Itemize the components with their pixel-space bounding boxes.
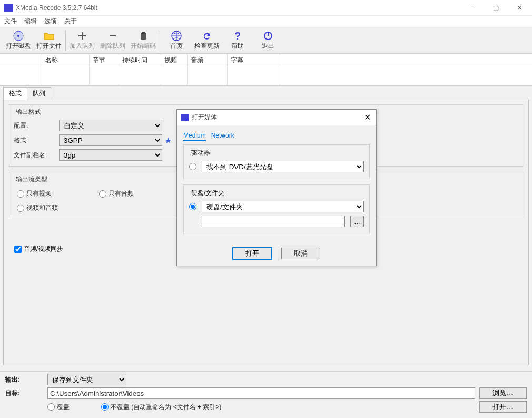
folder-group: 硬盘/文件夹 硬盘/文件夹 ... xyxy=(183,184,370,234)
format-select[interactable]: 3GPP xyxy=(59,134,162,146)
folder-icon xyxy=(43,30,55,42)
titlebar: XMedia Recode 3.5.2.7 64bit — ▢ ✕ xyxy=(0,0,532,16)
menu-edit[interactable]: 编辑 xyxy=(24,17,37,26)
question-icon: ? xyxy=(232,30,243,42)
open-file-button[interactable]: 打开文件 xyxy=(34,28,64,53)
output-select[interactable]: 保存到文件夹 xyxy=(47,374,126,385)
close-button[interactable]: ✕ xyxy=(508,0,532,16)
clipboard-icon xyxy=(137,30,149,42)
dialog-app-icon xyxy=(181,114,189,121)
open-button[interactable]: 打开… xyxy=(479,401,527,413)
toolbar-separator xyxy=(160,30,160,51)
dialog-title: 打开媒体 xyxy=(192,113,364,122)
dialog-cancel-button[interactable]: 取消 xyxy=(281,248,320,259)
folder-legend: 硬盘/文件夹 xyxy=(189,189,226,198)
browse-button[interactable]: 浏览… xyxy=(479,387,527,399)
plus-icon xyxy=(76,30,88,42)
remove-queue-button[interactable]: 删除队列 xyxy=(97,28,128,53)
help-button[interactable]: ? 帮助 xyxy=(222,28,253,53)
minimize-button[interactable]: — xyxy=(459,0,484,16)
col-chapter[interactable]: 章节 xyxy=(90,54,119,67)
dialog-footer: 打开 取消 xyxy=(177,245,376,266)
dialog-open-button[interactable]: 打开 xyxy=(233,248,272,259)
drive-select[interactable]: 找不到 DVD/蓝光光盘 xyxy=(202,161,364,172)
main-tabstrip: 格式 队列 xyxy=(0,87,532,100)
dialog-close-button[interactable]: ✕ xyxy=(364,112,371,122)
app-icon xyxy=(4,4,13,12)
window-title: XMedia Recode 3.5.2.7 64bit xyxy=(16,4,459,12)
config-label: 配置: xyxy=(14,121,59,130)
file-table-header: 名称 章节 持续时间 视频 音频 字幕 xyxy=(0,54,532,67)
toolbar: 打开磁盘 打开文件 加入队列 删除队列 开始编码 首页 检查更新 ? 帮助 退出 xyxy=(0,27,532,54)
toolbar-separator xyxy=(65,30,66,51)
bottom-bar: 输出: 保存到文件夹 目标: 浏览… 覆盖 不覆盖 (自动重命名为 <文件名 +… xyxy=(0,371,532,418)
svg-rect-4 xyxy=(142,32,145,34)
radio-folder[interactable] xyxy=(189,203,196,210)
dialog-tabs: Medium Network xyxy=(183,131,370,141)
dialog-body: Medium Network 驱动器 找不到 DVD/蓝光光盘 硬盘/文件夹 硬… xyxy=(177,125,376,245)
radio-overwrite[interactable]: 覆盖 xyxy=(47,403,70,412)
radio-audio-only[interactable]: 只有音频 xyxy=(99,189,134,198)
svg-rect-2 xyxy=(110,35,116,36)
open-disc-button[interactable]: 打开磁盘 xyxy=(3,28,34,53)
tab-queue[interactable]: 队列 xyxy=(27,87,51,100)
config-select[interactable]: 自定义 xyxy=(59,120,162,131)
output-label: 输出: xyxy=(5,375,47,384)
window-controls: — ▢ ✕ xyxy=(459,0,532,16)
radio-video-only[interactable]: 只有视频 xyxy=(17,189,52,198)
col-duration[interactable]: 持续时间 xyxy=(119,54,161,67)
add-queue-button[interactable]: 加入队列 xyxy=(67,28,97,53)
minus-icon xyxy=(107,30,119,42)
folder-browse-button[interactable]: ... xyxy=(350,216,364,227)
col-video[interactable]: 视频 xyxy=(161,54,188,67)
disc-icon xyxy=(13,30,24,42)
maximize-button[interactable]: ▢ xyxy=(484,0,508,16)
target-label: 目标: xyxy=(5,389,47,398)
menu-file[interactable]: 文件 xyxy=(4,17,17,26)
file-table-body xyxy=(0,67,532,86)
svg-point-1 xyxy=(17,35,19,37)
radio-no-overwrite[interactable]: 不覆盖 (自动重命名为 <文件名 + 索引>) xyxy=(101,403,479,412)
col-audio[interactable]: 音频 xyxy=(188,54,228,67)
menu-options[interactable]: 选项 xyxy=(44,17,57,26)
check-update-button[interactable]: 检查更新 xyxy=(192,28,222,53)
target-path-input[interactable] xyxy=(47,387,475,399)
dialog-titlebar: 打开媒体 ✕ xyxy=(177,110,376,125)
start-encode-button[interactable]: 开始编码 xyxy=(128,28,159,53)
menubar: 文件 编辑 选项 关于 xyxy=(0,16,532,27)
stream-type-legend: 输出流类型 xyxy=(14,175,50,184)
home-button[interactable]: 首页 xyxy=(161,28,192,53)
col-name[interactable]: 名称 xyxy=(42,54,90,67)
menu-about[interactable]: 关于 xyxy=(64,17,77,26)
radio-drive[interactable] xyxy=(189,163,196,170)
drive-group: 驱动器 找不到 DVD/蓝光光盘 xyxy=(183,144,370,179)
ext-select[interactable]: 3gp xyxy=(59,149,162,161)
ext-label: 文件副档名: xyxy=(14,151,59,160)
col-blank[interactable] xyxy=(0,54,42,67)
radio-video-audio[interactable]: 视频和音频 xyxy=(17,203,58,212)
dialog-tab-network[interactable]: Network xyxy=(211,131,234,141)
open-media-dialog: 打开媒体 ✕ Medium Network 驱动器 找不到 DVD/蓝光光盘 硬… xyxy=(176,109,377,266)
power-icon xyxy=(262,30,274,42)
format-label: 格式: xyxy=(14,136,59,145)
refresh-icon xyxy=(201,30,213,42)
globe-icon xyxy=(171,30,182,42)
output-format-legend: 输出格式 xyxy=(14,108,43,116)
star-icon[interactable]: ★ xyxy=(164,135,172,145)
col-subtitle[interactable]: 字幕 xyxy=(228,54,280,67)
drive-legend: 驱动器 xyxy=(189,149,212,158)
folder-select[interactable]: 硬盘/文件夹 xyxy=(202,201,364,212)
exit-button[interactable]: 退出 xyxy=(253,28,283,53)
tab-format[interactable]: 格式 xyxy=(3,87,27,100)
dialog-tab-medium[interactable]: Medium xyxy=(183,131,206,141)
folder-path-input[interactable] xyxy=(202,216,345,227)
